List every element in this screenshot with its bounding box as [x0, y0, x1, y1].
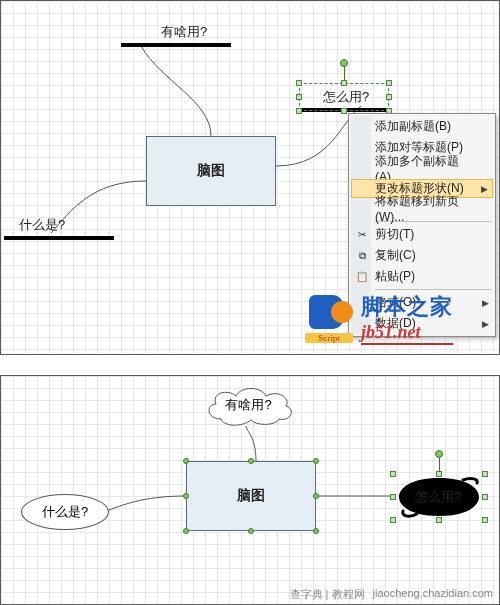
copy-icon: ⧉	[355, 249, 369, 263]
handle-nw[interactable]	[183, 458, 189, 464]
sel2-nw[interactable]	[390, 471, 396, 477]
menu-add-subtopic[interactable]: 添加副标题(B)	[351, 116, 493, 137]
branch-left-underline	[4, 236, 114, 240]
menu-separator-2	[375, 289, 491, 290]
menu-cut[interactable]: ✂ 剪切(T)	[351, 224, 493, 245]
menu-paste[interactable]: 📋 粘贴(P)	[351, 266, 493, 287]
resize-handle-e[interactable]	[386, 94, 392, 100]
footer-watermark: 查字典 | 教程网 jiaocheng.chazidian.com	[290, 587, 493, 602]
handle-w[interactable]	[183, 493, 189, 499]
resize-handle-s[interactable]	[341, 108, 347, 114]
watermark-text: 脚本之家 jb51.net	[361, 292, 453, 345]
rotate-line	[344, 67, 345, 81]
branch-top-cloud-label: 有啥用?	[225, 396, 271, 414]
resize-handle-sw[interactable]	[296, 108, 302, 114]
center-node[interactable]: 脑图	[146, 136, 276, 206]
branch-left-oval[interactable]: 什么是?	[21, 494, 109, 530]
branch-left-label[interactable]: 什么是?	[19, 216, 65, 234]
branch-top-cloud[interactable]: 有啥用?	[201, 384, 296, 426]
resize-handle-nw[interactable]	[296, 80, 302, 86]
diagram-panel-bottom: 脑图 有啥用? 什么是? 怎么用? 查字典 | 教程网	[0, 375, 500, 605]
selection-rect	[299, 83, 389, 111]
jb-logo-icon: Script	[305, 295, 353, 343]
sel2-se[interactable]	[482, 517, 488, 523]
sel2-s[interactable]	[436, 517, 442, 523]
sel2-ne[interactable]	[482, 471, 488, 477]
sel2-e[interactable]	[482, 494, 488, 500]
center-node-bottom[interactable]: 脑图	[186, 461, 316, 531]
handle-sw[interactable]	[183, 528, 189, 534]
handle-se[interactable]	[313, 528, 319, 534]
handle-n[interactable]	[248, 458, 254, 464]
clipboard-icon: 📋	[355, 270, 369, 284]
rotate-line-2	[439, 458, 440, 472]
scissors-icon: ✂	[355, 228, 369, 242]
center-node-bottom-label: 脑图	[237, 487, 265, 505]
branch-left-oval-label: 什么是?	[42, 503, 88, 521]
rotate-handle-2[interactable]	[435, 450, 443, 458]
handle-e[interactable]	[313, 493, 319, 499]
handle-s[interactable]	[248, 528, 254, 534]
menu-add-multiple-subtopics[interactable]: 添加多个副标题(A)...	[351, 158, 493, 179]
branch-top-label[interactable]: 有啥用?	[161, 23, 207, 41]
chevron-right-icon: ▶	[482, 319, 489, 329]
branch-right-brush-label: 怎么用?	[415, 488, 461, 506]
chevron-right-icon: ▶	[482, 298, 489, 308]
branch-top-underline	[121, 43, 231, 47]
rotate-handle[interactable]	[340, 59, 348, 67]
menu-move-to-new-page[interactable]: 将标题移到新页(W)...	[351, 198, 493, 219]
resize-handle-ne[interactable]	[386, 80, 392, 86]
chevron-right-icon: ▶	[481, 184, 488, 194]
branch-right-brush-oval[interactable]: 怎么用?	[393, 474, 485, 520]
menu-copy[interactable]: ⧉ 复制(C)	[351, 245, 493, 266]
sel2-sw[interactable]	[390, 517, 396, 523]
handle-ne[interactable]	[313, 458, 319, 464]
sel2-w[interactable]	[390, 494, 396, 500]
watermark-logo: Script 脚本之家 jb51.net	[305, 292, 453, 345]
center-node-label: 脑图	[197, 162, 225, 180]
resize-handle-w[interactable]	[296, 94, 302, 100]
